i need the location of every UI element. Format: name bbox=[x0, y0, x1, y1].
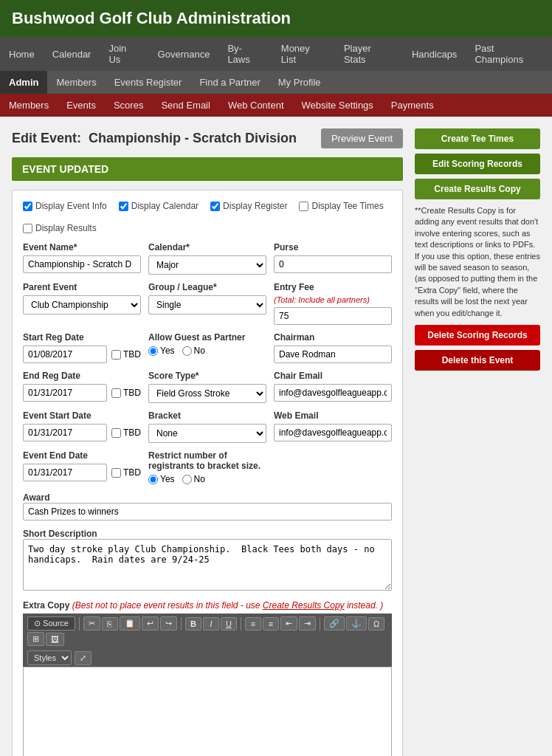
allow-guest-no[interactable]: No bbox=[182, 346, 205, 356]
create-results-copy-button[interactable]: Create Results Copy bbox=[415, 179, 540, 199]
purse-label: Purse bbox=[274, 242, 392, 252]
start-reg-date-input[interactable] bbox=[23, 346, 107, 363]
create-results-copy-link[interactable]: Create Results Copy bbox=[263, 600, 345, 611]
rte-sep4 bbox=[320, 617, 320, 630]
sub-nav-web-content[interactable]: Web Content bbox=[219, 94, 293, 117]
admin-nav-admin[interactable]: Admin bbox=[0, 71, 47, 94]
row-eventstartdate-bracket-webemail: Event Start Date TBD Bracket None Web Em… bbox=[23, 410, 392, 443]
page-title: Edit Event: Championship - Scratch Divis… bbox=[12, 131, 297, 146]
display-event-info-checkbox[interactable]: Display Event Info bbox=[23, 201, 107, 211]
edit-scoring-records-button[interactable]: Edit Scoring Records bbox=[415, 154, 540, 174]
rte-list-btn2[interactable]: ≡ bbox=[263, 617, 279, 630]
event-end-date-input[interactable] bbox=[23, 464, 107, 481]
nav-join[interactable]: Join Us bbox=[100, 37, 148, 71]
sub-nav-payments[interactable]: Payments bbox=[382, 94, 443, 117]
rte-indent-btn1[interactable]: ⇤ bbox=[280, 616, 297, 630]
end-reg-date-input[interactable] bbox=[23, 384, 107, 402]
rte-undo-btn[interactable]: ↩ bbox=[142, 616, 159, 630]
display-calendar-checkbox[interactable]: Display Calendar bbox=[119, 201, 199, 211]
end-reg-date-col: End Reg Date TBD bbox=[23, 371, 141, 403]
event-end-date-col: Event End Date TBD bbox=[23, 450, 141, 484]
rte-redo-btn[interactable]: ↪ bbox=[160, 616, 177, 630]
rte-link-btn[interactable]: 🔗 bbox=[324, 616, 345, 630]
rte-table-btn[interactable]: ⊞ bbox=[27, 632, 44, 646]
web-email-input[interactable] bbox=[274, 424, 392, 441]
sub-nav: Members Events Scores Send Email Web Con… bbox=[0, 94, 552, 117]
award-input[interactable] bbox=[23, 503, 392, 520]
sub-nav-members[interactable]: Members bbox=[0, 94, 58, 117]
display-options-row: Display Event Info Display Calendar Disp… bbox=[23, 201, 392, 233]
event-start-date-input[interactable] bbox=[23, 424, 107, 441]
score-type-select[interactable]: Field Gross Stroke bbox=[148, 384, 266, 403]
end-reg-tbd-label[interactable]: TBD bbox=[111, 388, 141, 398]
rte-anchor-btn[interactable]: ⚓ bbox=[346, 616, 367, 630]
rte-copy-btn[interactable]: ⎘ bbox=[102, 617, 118, 630]
display-register-checkbox[interactable]: Display Register bbox=[210, 201, 287, 211]
display-tee-times-checkbox[interactable]: Display Tee Times bbox=[299, 201, 383, 211]
admin-nav-find-partner[interactable]: Find a Partner bbox=[190, 71, 269, 94]
rte-bold-btn[interactable]: B bbox=[185, 617, 201, 630]
purse-input[interactable] bbox=[274, 255, 392, 273]
main-content: Edit Event: Championship - Scratch Divis… bbox=[0, 117, 552, 756]
group-league-select[interactable]: Single bbox=[148, 295, 266, 315]
rte-sep3 bbox=[241, 617, 241, 630]
nav-past-champions[interactable]: Past Champions bbox=[466, 37, 552, 71]
nav-bylaws[interactable]: By-Laws bbox=[218, 37, 272, 71]
chairman-input[interactable] bbox=[274, 346, 392, 363]
rte-image-btn[interactable]: 🖼 bbox=[46, 633, 64, 646]
rte-styles-select[interactable]: Styles bbox=[27, 650, 72, 665]
admin-nav-members[interactable]: Members bbox=[47, 71, 105, 94]
extra-copy-label-row: Extra Copy (Best not to place event resu… bbox=[23, 600, 392, 611]
sub-nav-website-settings[interactable]: Website Settings bbox=[293, 94, 382, 117]
nav-governance[interactable]: Governance bbox=[149, 43, 219, 66]
rte-paste-btn[interactable]: 📋 bbox=[120, 616, 140, 630]
admin-nav-events-register[interactable]: Events Register bbox=[106, 71, 191, 94]
restrict-no[interactable]: No bbox=[182, 474, 205, 484]
event-end-date-tbd-row: TBD bbox=[23, 464, 141, 481]
rte-source-btn[interactable]: ⊙ Source bbox=[27, 616, 75, 630]
display-results-checkbox[interactable]: Display Results bbox=[23, 223, 97, 233]
rte-symbol-btn[interactable]: Ω bbox=[368, 617, 384, 630]
rte-italic-btn[interactable]: I bbox=[203, 617, 219, 630]
chairman-label: Chairman bbox=[274, 332, 392, 343]
rte-list-btn1[interactable]: ≡ bbox=[245, 617, 261, 630]
event-start-tbd-label[interactable]: TBD bbox=[111, 427, 141, 438]
rte-cut-btn[interactable]: ✂ bbox=[83, 616, 100, 630]
sub-nav-events[interactable]: Events bbox=[58, 94, 105, 117]
rte-expand-btn[interactable]: ⤢ bbox=[75, 651, 92, 665]
event-name-input[interactable] bbox=[23, 255, 141, 273]
restrict-yes[interactable]: Yes bbox=[148, 474, 175, 484]
nav-handicaps[interactable]: Handicaps bbox=[403, 43, 466, 66]
short-desc-textarea[interactable]: Two day stroke play Club Championship. B… bbox=[23, 539, 392, 591]
rte-indent-btn2[interactable]: ⇥ bbox=[299, 616, 316, 630]
rte-content-area[interactable] bbox=[23, 667, 392, 756]
award-row: Award bbox=[23, 492, 392, 520]
event-end-tbd-label[interactable]: TBD bbox=[111, 467, 141, 478]
delete-scoring-records-button[interactable]: Delete Scoring Records bbox=[415, 325, 540, 346]
delete-event-button[interactable]: Delete this Event bbox=[415, 350, 540, 371]
chair-email-input[interactable] bbox=[274, 384, 392, 402]
restrict-col: Restrict number of registrants to bracke… bbox=[148, 450, 266, 484]
entry-fee-input[interactable] bbox=[274, 307, 392, 325]
preview-event-button[interactable]: Preview Event bbox=[321, 128, 403, 148]
admin-nav-my-profile[interactable]: My Profile bbox=[269, 71, 330, 94]
start-reg-tbd-label[interactable]: TBD bbox=[111, 349, 141, 360]
nav-calendar[interactable]: Calendar bbox=[44, 43, 100, 66]
allow-guest-yes[interactable]: Yes bbox=[148, 346, 175, 356]
short-desc-label: Short Description bbox=[23, 529, 97, 539]
allow-guest-label: Allow Guest as Partner bbox=[148, 332, 266, 343]
web-email-label: Web Email bbox=[274, 410, 392, 421]
parent-event-select[interactable]: Club Championship bbox=[23, 295, 141, 315]
rte-underline-btn[interactable]: U bbox=[221, 617, 237, 630]
create-tee-times-button[interactable]: Create Tee Times bbox=[415, 128, 540, 149]
nav-home[interactable]: Home bbox=[0, 43, 44, 66]
sub-nav-send-email[interactable]: Send Email bbox=[152, 94, 218, 117]
main-nav: Home Calendar Join Us Governance By-Laws… bbox=[0, 37, 552, 71]
form-card: Display Event Info Display Calendar Disp… bbox=[12, 190, 403, 756]
sub-nav-scores[interactable]: Scores bbox=[105, 94, 152, 117]
bracket-select[interactable]: None bbox=[148, 424, 266, 443]
nav-money-list[interactable]: Money List bbox=[272, 37, 335, 71]
empty-col bbox=[274, 450, 392, 484]
calendar-select[interactable]: Major bbox=[148, 255, 266, 275]
nav-player-stats[interactable]: Player Stats bbox=[335, 37, 403, 71]
